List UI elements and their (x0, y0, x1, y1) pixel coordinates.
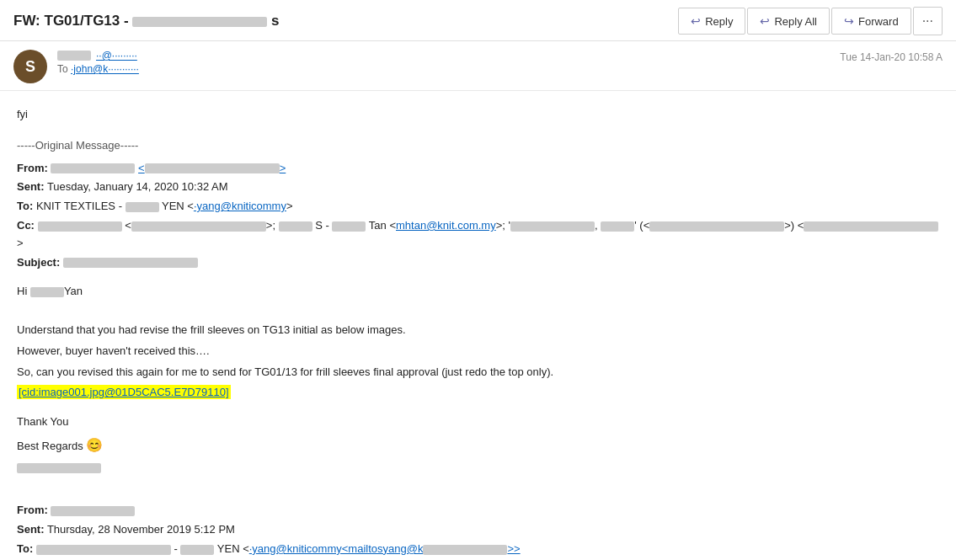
from-email-blurred (145, 163, 280, 173)
to-value: KNIT TEXTILES - YEN <·yang@kniticommy> (36, 200, 293, 212)
sent-value: Tuesday, January 14, 2020 10:32 AM (47, 180, 228, 193)
sender-to: To ·john@k··········· (57, 63, 840, 75)
subject-suffix: s (271, 13, 279, 29)
fyi-line: fyi (17, 106, 939, 124)
sent-label: Sent: (17, 180, 45, 193)
second-from-blurred (51, 506, 135, 516)
more-actions-button[interactable]: ··· (913, 7, 943, 35)
thank-you: Thank You (17, 413, 939, 431)
sender-email[interactable]: ··@········· (96, 50, 137, 61)
to-line: To: KNIT TEXTILES - YEN <·yang@kniticomm… (17, 198, 939, 216)
from-label: From: (17, 162, 48, 174)
subject-text: FW: TG01/TG13 - (13, 13, 132, 29)
email-window: FW: TG01/TG13 - s ↩ Reply ↩ Reply All ↪ … (0, 0, 956, 560)
email-header: FW: TG01/TG13 - s ↩ Reply ↩ Reply All ↪ … (0, 0, 956, 41)
timestamp: Tue 14-Jan-20 10:58 A (840, 50, 943, 63)
subject-meta-label: Subject: (17, 256, 60, 269)
second-sent-value: Thursday, 28 November 2019 5:12 PM (47, 523, 235, 536)
avatar: S (13, 50, 47, 83)
para2: However, buyer haven't received this…. (17, 343, 939, 360)
signature-blurred (17, 463, 101, 473)
cc-blurred3 (332, 221, 366, 232)
second-original: From: Sent: Thursday, 28 November 2019 5… (17, 493, 939, 560)
second-from-line: From: (17, 502, 939, 520)
cc-blurred1 (38, 221, 122, 232)
second-to-email[interactable]: ·yang@kniticommy<mailtosyang@k>> (249, 542, 521, 555)
cc-blurred2 (279, 221, 312, 232)
second-to-blurred2 (180, 545, 214, 555)
original-divider: -----Original Message----- (17, 137, 939, 155)
avatar-letter: S (25, 58, 35, 76)
from-email-link[interactable]: <> (138, 162, 286, 174)
reply-all-button[interactable]: ↩ Reply All (747, 8, 830, 35)
to-email-link[interactable]: ·john@k··········· (71, 63, 139, 75)
best-regards: Best Regards (17, 440, 83, 452)
subject-meta-blurred (63, 258, 198, 268)
greeting-blurred (30, 287, 64, 297)
cc-email2[interactable]: mhtan@knit.com.my (396, 219, 496, 232)
second-to-line: To: - YEN <·yang@kniticommy<mailtosyang@… (17, 541, 939, 558)
cc-blurred4 (510, 221, 595, 232)
cc-email1-blurred (131, 221, 266, 232)
email-body: fyi -----Original Message----- From: <> … (0, 91, 956, 560)
timestamp-text: Tue 14-Jan-20 10:58 A (840, 51, 943, 63)
sender-name-row: ··@········· (57, 50, 840, 61)
reply-all-icon: ↩ (760, 14, 770, 28)
second-sent-label: Sent: (17, 523, 45, 536)
cid-link-text[interactable]: [cid:image001.jpg@01D5CAC5.E7D79110] (17, 385, 231, 399)
cc-email3-blurred (649, 221, 784, 232)
forward-button[interactable]: ↪ Forward (831, 8, 911, 35)
cc-label: Cc: (17, 219, 35, 232)
fyi-text: fyi (17, 108, 28, 120)
sender-info: ··@········· To ·john@k··········· (57, 50, 840, 75)
cc-value: <>; S - Tan <mhtan@knit.com.my>; ', ' (<… (17, 219, 938, 249)
forward-icon: ↪ (844, 14, 854, 28)
reply-button[interactable]: ↩ Reply (678, 8, 745, 35)
second-to-blurred1 (36, 545, 171, 555)
body-content: Hi Yan Understand that you had revise th… (17, 283, 939, 402)
to-label-meta: To: (17, 200, 33, 212)
reply-all-label: Reply All (774, 15, 817, 28)
sender-row: S ··@········· To ·john@k··········· Tue… (0, 41, 956, 91)
to-blurred1 (126, 202, 159, 212)
second-from-label: From: (17, 504, 48, 516)
cid-link: [cid:image001.jpg@01D5CAC5.E7D79110] (17, 384, 939, 402)
smiley-emoji: 😊 (86, 438, 103, 452)
second-to-value: - YEN <·yang@kniticommy<mailtosyang@k>> (36, 542, 521, 555)
sent-line: Sent: Tuesday, January 14, 2020 10:32 AM (17, 179, 939, 196)
from-name-blurred (51, 163, 135, 173)
sender-name-blurred (57, 51, 91, 61)
to-email-meta[interactable]: ·yang@kniticommy (194, 200, 286, 212)
second-to-email-blurred (423, 545, 507, 555)
subject-meta-line: Subject: (17, 254, 939, 272)
second-sent-line: Sent: Thursday, 28 November 2019 5:12 PM (17, 521, 939, 539)
email-subject: FW: TG01/TG13 - s (13, 13, 678, 29)
cc-blurred6 (804, 221, 938, 232)
reply-icon: ↩ (691, 14, 701, 28)
reply-label: Reply (705, 15, 733, 28)
para1: Understand that you had revise the frill… (17, 322, 939, 339)
best-regards-line: Best Regards 😊 (17, 435, 939, 456)
to-label: To (57, 63, 68, 75)
cc-email1[interactable] (131, 219, 266, 232)
cc-blurred5 (601, 221, 634, 232)
signature-line (17, 460, 939, 477)
more-icon: ··· (922, 13, 933, 29)
greeting-line: Hi Yan (17, 283, 939, 301)
cc-line: Cc: <>; S - Tan <mhtan@knit.com.my>; ', … (17, 217, 939, 253)
from-line: From: <> (17, 160, 939, 178)
cc-email3[interactable] (649, 219, 784, 232)
subject-blurred (132, 17, 267, 27)
para3: So, can you revised this again for me to… (17, 364, 939, 381)
thank-you-section: Thank You Best Regards 😊 (17, 413, 939, 477)
forward-label: Forward (858, 15, 899, 28)
second-to-label: To: (17, 542, 33, 555)
original-divider-text: -----Original Message----- (17, 139, 138, 152)
action-buttons: ↩ Reply ↩ Reply All ↪ Forward ··· (678, 7, 943, 35)
